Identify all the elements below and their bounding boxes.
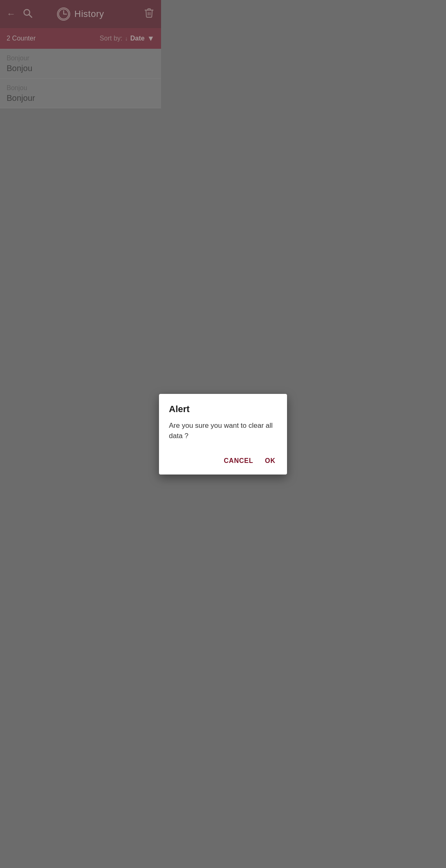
dialog-overlay: Alert Are you sure you want to clear all…: [0, 0, 161, 314]
